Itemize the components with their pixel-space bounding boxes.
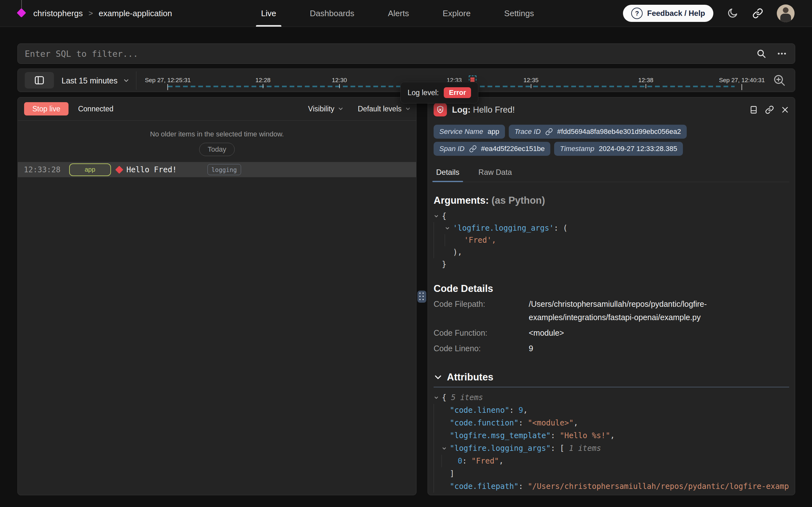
- chevron-down-icon: [405, 106, 411, 112]
- code-line: "code.lineno": 9,: [434, 404, 789, 416]
- details-tab-raw-data[interactable]: Raw Data: [476, 165, 514, 182]
- timeline-tick: 12:28: [255, 77, 270, 88]
- more-options-icon[interactable]: [776, 48, 787, 59]
- logfire-app: christophergs > example-application Live…: [0, 0, 812, 507]
- collapse-chevron-icon[interactable]: [434, 391, 442, 404]
- collapse-chevron-icon[interactable]: [434, 210, 442, 222]
- timeline-tick-label: 12:30: [332, 77, 347, 83]
- search-icon[interactable]: [756, 49, 766, 59]
- zoom-in-icon[interactable]: [771, 73, 788, 88]
- logo-diamond-icon: [17, 8, 26, 18]
- close-icon[interactable]: [781, 106, 789, 114]
- nav-tab-settings[interactable]: Settings: [502, 0, 536, 26]
- code-detail-label: Code Function:: [434, 328, 529, 339]
- code-line: ]: [434, 467, 789, 480]
- nav-tabs: LiveDashboardsAlertsExploreSettings: [172, 0, 623, 26]
- code-detail-value: /Users/christophersamiullah/repos/pydant…: [529, 297, 789, 324]
- code-line: 'logfire.logging_args': (: [434, 222, 789, 234]
- log-row[interactable]: 12:33:28 app Hello Fred! logging: [18, 162, 416, 177]
- collapse-chevron-icon[interactable]: [445, 222, 453, 234]
- code-detail-row: Code Lineno:9: [434, 344, 789, 355]
- arguments-subheading: (as Python): [492, 195, 545, 206]
- meta-label: Trace ID: [514, 127, 541, 136]
- details-title: Log: Hello Fred!: [452, 105, 515, 115]
- theme-moon-icon[interactable]: [726, 7, 739, 20]
- meta-value: #fdd5694a8fa98eb4e301d99ebc056ea2: [557, 127, 681, 136]
- link-icon: [545, 128, 553, 135]
- code-line: "logfire.msg_template": "Hello %s!",: [434, 429, 789, 442]
- timeline-tick-label: Sep 27, 12:40:31: [719, 77, 765, 83]
- timeline-tick: 12:30: [332, 77, 347, 88]
- sql-filter-input[interactable]: Enter SQL to filter...: [18, 49, 756, 59]
- live-view-panel: Stop live Connected Visibility Default l…: [17, 97, 417, 495]
- attributes-json-block: { 5 items"code.lineno": 9,"code.function…: [434, 391, 789, 493]
- arguments-heading: Arguments: (as Python): [434, 195, 789, 206]
- avatar-head-shape: [783, 7, 789, 13]
- code-detail-row: Code Function:<module>: [434, 328, 789, 339]
- nav-tab-dashboards[interactable]: Dashboards: [308, 0, 356, 26]
- top-nav: christophergs > example-application Live…: [0, 0, 812, 27]
- meta-label: Timestamp: [560, 145, 595, 153]
- code-line: 0: "Fred",: [434, 455, 789, 467]
- stop-live-button[interactable]: Stop live: [24, 102, 68, 115]
- details-title-text: Hello Fred!: [473, 105, 515, 115]
- error-shield-icon: [434, 103, 447, 116]
- tooltip-label: Log level:: [408, 89, 439, 97]
- logging-tag-badge[interactable]: logging: [207, 164, 241, 175]
- default-levels-dropdown[interactable]: Default levels: [358, 105, 411, 113]
- help-icon: ?: [631, 8, 643, 19]
- timeline-tick: Sep 27, 12:40:31: [719, 77, 765, 90]
- details-header: Log: Hello Fred!: [434, 103, 789, 116]
- details-tabs: DetailsRaw Data: [434, 165, 789, 182]
- breadcrumb-project[interactable]: example-application: [99, 9, 172, 18]
- meta-value: #ea4d5f226ec151be: [481, 145, 545, 153]
- share-link-icon[interactable]: [751, 7, 764, 20]
- arguments-heading-text: Arguments:: [434, 195, 489, 206]
- details-tab-details[interactable]: Details: [434, 165, 462, 182]
- dock-panel-icon[interactable]: [749, 105, 758, 114]
- code-line: {: [434, 210, 789, 222]
- meta-label: Service Name: [439, 127, 483, 136]
- timeline-tick-label: 12:35: [523, 77, 539, 83]
- timeline-tick-label: 12:28: [255, 77, 270, 83]
- meta-value: app: [488, 127, 499, 136]
- meta-pill-trace-id[interactable]: Trace ID#fdd5694a8fa98eb4e301d99ebc056ea…: [509, 125, 687, 138]
- copy-link-icon[interactable]: [765, 105, 774, 114]
- panel-resize-handle[interactable]: [418, 291, 426, 303]
- details-title-prefix: Log:: [452, 105, 471, 115]
- collapse-chevron-icon[interactable]: [442, 442, 450, 455]
- feedback-help-button[interactable]: ? Feedback / Help: [623, 5, 713, 22]
- breadcrumb: christophergs > example-application: [33, 9, 172, 18]
- code-detail-label: Code Lineno:: [434, 344, 529, 355]
- meta-pill-span-id[interactable]: Span ID#ea4d5f226ec151be: [434, 142, 550, 156]
- timeline-tick-label: Sep 27, 12:25:31: [145, 77, 191, 83]
- user-avatar[interactable]: [777, 4, 795, 22]
- log-message: Hello Fred!: [127, 165, 177, 174]
- nav-tab-live[interactable]: Live: [259, 0, 278, 26]
- service-badge[interactable]: app: [69, 163, 111, 176]
- visibility-dropdown[interactable]: Visibility: [308, 105, 344, 113]
- code-details-rows: Code Filepath:/Users/christophersamiulla…: [434, 299, 789, 355]
- nav-tab-alerts[interactable]: Alerts: [386, 0, 411, 26]
- timeline-tick-label: 12:38: [638, 77, 653, 83]
- attributes-heading-text: Attributes: [447, 372, 493, 383]
- today-button[interactable]: Today: [199, 143, 235, 156]
- code-line: "code.filepath": "/Users/christophersami…: [434, 480, 789, 493]
- attributes-heading[interactable]: Attributes: [434, 372, 789, 383]
- nav-tab-explore[interactable]: Explore: [441, 0, 472, 26]
- connection-status: Connected: [78, 105, 113, 113]
- meta-label: Span ID: [439, 145, 465, 153]
- log-level-tooltip: Log level: Error: [400, 82, 478, 103]
- attributes-divider: [434, 387, 789, 387]
- avatar-body-shape: [780, 14, 791, 22]
- timeline-tick: Sep 27, 12:25:31: [145, 77, 191, 90]
- code-line: { 5 items: [434, 391, 789, 404]
- error-diamond-icon: [115, 166, 123, 174]
- meta-pill-service-name[interactable]: Service Nameapp: [434, 125, 505, 138]
- code-line: }: [434, 258, 789, 270]
- logfire-logo[interactable]: [17, 0, 26, 21]
- code-details-heading: Code Details: [434, 283, 789, 294]
- meta-pill-timestamp[interactable]: Timestamp2024-09-27 12:33:28.385: [554, 142, 683, 156]
- visibility-label: Visibility: [308, 105, 334, 113]
- breadcrumb-org[interactable]: christophergs: [33, 9, 83, 18]
